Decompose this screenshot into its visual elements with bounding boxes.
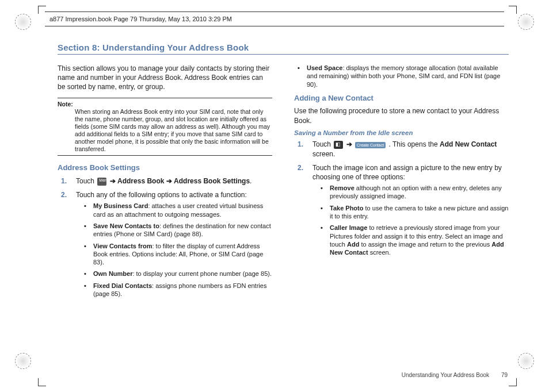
arrow-icon: ➔ [110, 177, 116, 185]
list-item: View Contacts from: to filter the displa… [91, 242, 272, 267]
spiral-icon [15, 353, 31, 369]
bullet-bold: Add [347, 241, 359, 248]
list-item: Take Photo to use the camera to take a n… [327, 204, 509, 221]
list-item: Used Space: displays the memory storage … [304, 64, 509, 89]
period: . [250, 177, 251, 185]
document-header: a877 Impression.book Page 79 Thursday, M… [45, 11, 504, 26]
heading-adding-contact: Adding a New Contact [294, 93, 509, 103]
crop-mark [509, 378, 517, 386]
bullet-bold: View Contacts from [93, 243, 152, 249]
list-item: Own Number: to display your current phon… [91, 270, 272, 278]
step-number: 1. [298, 140, 303, 149]
page-footer: Understanding Your Address Book 79 [402, 372, 508, 378]
step-text: Touch [76, 177, 96, 185]
note-block: Note: When storing an Address Book entry… [58, 98, 272, 156]
note-label: Note: [58, 101, 73, 107]
page-number: 79 [501, 372, 508, 378]
spiral-icon [15, 14, 31, 30]
heading-address-book-settings: Address Book Settings [58, 163, 272, 173]
step-number: 2. [61, 190, 67, 199]
header-text: a877 Impression.book Page 79 Thursday, M… [49, 16, 232, 22]
crop-mark [509, 6, 517, 14]
list-item: Remove although not an option with a new… [327, 184, 509, 201]
arrow-icon: ➔ [166, 177, 172, 185]
bullet-bold: Own Number [93, 270, 132, 277]
bullet-bold: Caller Image [330, 224, 367, 231]
bullet-text: : to display your current phone number (… [132, 270, 272, 277]
bullet-bold: Take Photo [330, 205, 363, 212]
bullet-bold: Used Space [307, 64, 342, 71]
intro-text: This section allows you to manage your d… [58, 64, 272, 92]
subheading-saving-number: Saving a Number from the Idle screen [294, 129, 509, 138]
arrow-icon: ➔ [346, 140, 352, 148]
create-contact-icon: Create Contact [355, 142, 386, 148]
step-2: 2. Touch the image icon and assign a pic… [304, 163, 509, 257]
step-2: 2. Touch any of the following options to… [68, 190, 272, 298]
menu-icon: Menu [97, 178, 106, 186]
step-1: 1. Touch ➔ Create Contact . This opens t… [304, 140, 509, 158]
left-column: This section allows you to manage your d… [58, 64, 272, 302]
bullet-bold: Save New Contacts to [93, 222, 159, 229]
bullet-bold: Remove [330, 185, 354, 191]
step-text: screen. [312, 150, 335, 158]
list-item: Caller Image to retrieve a previously st… [327, 224, 509, 256]
step-text: Touch the image icon and assign a pictur… [312, 164, 502, 181]
bullet-bold: Fixed Dial Contacts [93, 282, 152, 289]
spiral-icon [518, 14, 534, 30]
list-item: Save New Contacts to: defines the destin… [91, 222, 272, 239]
step-bold: Address Book Settings [174, 177, 250, 185]
footer-text: Understanding Your Address Book [402, 372, 489, 378]
step-1: 1. Touch Menu ➔ Address Book ➔ Address B… [68, 176, 272, 186]
list-item: Fixed Dial Contacts: assigns phone numbe… [91, 282, 272, 298]
bullet-text: to assign the image and return to the pr… [359, 241, 491, 248]
contacts-icon [334, 141, 343, 149]
adding-intro: Use the following procedure to store a n… [294, 106, 509, 125]
section-title: Section 8: Understanding Your Address Bo… [58, 43, 509, 55]
step-text: . This opens the [388, 140, 440, 148]
bullet-text: screen. [368, 249, 391, 256]
bullet-text: although not an option with a new entry,… [330, 185, 502, 199]
right-column: Used Space: displays the memory storage … [294, 64, 509, 302]
page-content: Section 8: Understanding Your Address Bo… [58, 43, 509, 358]
step-number: 1. [61, 176, 67, 186]
step-text: Touch any of the following options to ac… [76, 191, 247, 199]
bullet-bold: My Business Card [93, 202, 148, 209]
step-text: Touch [312, 140, 333, 148]
step-bold: Address Book [117, 177, 166, 185]
note-body: When storing an Address Book entry into … [75, 108, 272, 153]
crop-mark [38, 378, 46, 386]
step-bold: Add New Contact [440, 140, 497, 148]
step-number: 2. [298, 163, 303, 172]
spiral-icon [518, 353, 534, 369]
list-item: My Business Card: attaches a user create… [91, 202, 272, 218]
